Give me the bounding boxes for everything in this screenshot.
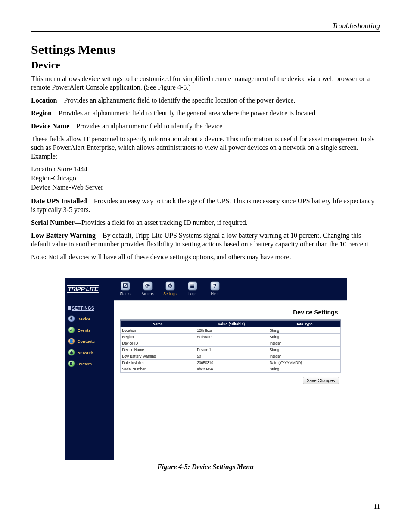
sidebar-item-label: Device <box>78 317 91 321</box>
device-name-text: —Provides an alphanumeric field to ident… <box>69 122 224 130</box>
serial-text: —Provides a field for an asset tracking … <box>75 219 248 226</box>
sidebar-item-label: Contacts <box>78 339 95 344</box>
app-content: Device Settings Name Value (editable) Da… <box>114 300 347 460</box>
cell-name: Region <box>120 334 195 340</box>
app-screenshot: TRIPP·LITE ☑Status⟳Actions⚙Settings≣Logs… <box>65 278 347 460</box>
page-title: Settings Menus <box>31 42 380 57</box>
region-paragraph: Region—Provides an alphanumeric field to… <box>31 109 380 118</box>
toolbar-label: Logs <box>188 292 196 296</box>
location-paragraph: Location—Provides an alphanumeric field … <box>31 96 380 105</box>
serial-paragraph: Serial Number—Provides a field for an as… <box>31 218 380 227</box>
content-title: Device Settings <box>120 305 341 320</box>
cell-value[interactable]: 20050310 <box>195 360 268 366</box>
settings-table: Name Value (editable) Data Type Location… <box>120 320 341 373</box>
location-text: —Provides an alphanumeric field to ident… <box>57 96 295 104</box>
date-ups-label: Date UPS Installed <box>31 197 87 205</box>
toolbar-item-actions[interactable]: ⟳Actions <box>139 281 156 297</box>
toolbar-item-status[interactable]: ☑Status <box>117 281 134 297</box>
status-icon: ☑ <box>121 281 130 291</box>
running-head: Troubleshooting <box>31 22 380 32</box>
col-header-value: Value (editable) <box>195 321 268 327</box>
cell-type: String <box>268 347 340 353</box>
toolbar-item-help[interactable]: ?Help <box>206 281 224 297</box>
actions-icon: ⟳ <box>143 281 153 291</box>
toolbar-item-logs[interactable]: ≣Logs <box>184 281 201 297</box>
low-battery-label: Low Battery Warning <box>31 232 96 239</box>
cell-name: Device Name <box>120 347 195 353</box>
device-name-label: Device Name <box>31 122 69 130</box>
location-label: Location <box>31 96 57 104</box>
cell-value[interactable] <box>195 340 268 347</box>
page-subtitle: Device <box>31 59 380 71</box>
figure-caption: Figure 4-5: Device Settings Menu <box>31 463 380 471</box>
region-label: Region <box>31 109 52 117</box>
serial-label: Serial Number <box>31 219 75 226</box>
table-row: RegionSoftwareString <box>120 334 340 340</box>
logs-icon: ≣ <box>188 281 197 291</box>
help-icon: ? <box>210 281 220 291</box>
toolbar-label: Settings <box>163 292 177 296</box>
table-row: Device NameDevice 1String <box>120 347 340 353</box>
network-icon: ◉ <box>68 349 75 356</box>
cell-name: Serial Number <box>120 366 195 373</box>
app-toolbar: ☑Status⟳Actions⚙Settings≣Logs?Help <box>114 278 224 300</box>
table-row: Device IDInteger <box>120 340 340 347</box>
toolbar-label: Help <box>211 292 218 296</box>
cell-type: Integer <box>268 340 340 347</box>
contacts-icon: 👤 <box>68 338 75 345</box>
example-block: Location Store 1444 Region-Chicago Devic… <box>31 165 380 192</box>
toolbar-item-settings[interactable]: ⚙Settings <box>162 281 179 297</box>
cell-type: String <box>268 327 340 334</box>
sidebar-item-contacts[interactable]: 👤Contacts <box>65 336 114 347</box>
page-number: 11 <box>374 503 380 510</box>
cell-value[interactable]: Software <box>195 334 268 340</box>
app-header: TRIPP·LITE ☑Status⟳Actions⚙Settings≣Logs… <box>65 278 347 300</box>
cell-name: Location <box>120 327 195 334</box>
sidebar-item-label: Network <box>78 350 93 355</box>
sidebar-title: SETTINGS <box>68 306 94 311</box>
region-text: —Provides an alphanumeric field to ident… <box>52 109 317 117</box>
page-footer: 11 <box>31 501 380 510</box>
sidebar-item-events[interactable]: ✔Events <box>65 324 114 336</box>
col-header-type: Data Type <box>268 321 340 327</box>
app-brand: TRIPP·LITE <box>65 278 114 300</box>
cell-name: Date Installed <box>120 360 195 366</box>
system-icon: 🖥 <box>68 360 75 367</box>
sidebar-item-system[interactable]: 🖥System <box>65 358 114 369</box>
toolbar-label: Actions <box>142 292 154 296</box>
device-name-paragraph: Device Name—Provides an alphanumeric fie… <box>31 122 380 131</box>
device-icon: 🗄 <box>68 315 75 322</box>
cell-type: String <box>268 366 340 373</box>
cell-name: Device ID <box>120 340 195 347</box>
sidebar-item-network[interactable]: ◉Network <box>65 347 114 358</box>
cell-name: Low Battery Warning <box>120 353 195 360</box>
cell-value[interactable]: 50 <box>195 353 268 360</box>
example-line-2: Region-Chicago <box>31 174 380 183</box>
sidebar-item-device[interactable]: 🗄Device <box>65 313 114 324</box>
cell-value[interactable]: Device 1 <box>195 347 268 353</box>
table-row: Location12th floorString <box>120 327 340 334</box>
cell-type: String <box>268 334 340 340</box>
cell-value[interactable]: 12th floor <box>195 327 268 334</box>
example-line-1: Location Store 1444 <box>31 165 380 174</box>
fields-paragraph: These fields allow IT personnel to speci… <box>31 135 380 161</box>
save-changes-button[interactable]: Save Changes <box>303 377 339 384</box>
intro-paragraph: This menu allows device settings to be c… <box>31 75 380 92</box>
col-header-name: Name <box>120 321 195 327</box>
toolbar-label: Status <box>120 292 130 296</box>
table-row: Serial Numberabc23456String <box>120 366 340 373</box>
example-line-3: Device Name-Web Server <box>31 183 380 192</box>
sidebar-item-label: Events <box>78 328 91 333</box>
brand-logo: TRIPP·LITE <box>67 285 99 293</box>
low-battery-paragraph: Low Battery Warning—By default, Tripp Li… <box>31 231 380 249</box>
cell-type: Date (YYYYMMDD) <box>268 360 340 366</box>
cell-value[interactable]: abc23456 <box>195 366 268 373</box>
date-ups-paragraph: Date UPS Installed—Provides an easy way … <box>31 197 380 214</box>
table-row: Date Installed20050310Date (YYYYMMDD) <box>120 360 340 366</box>
app-sidebar: SETTINGS 🗄Device✔Events👤Contacts◉Network… <box>65 300 114 460</box>
cell-type: Integer <box>268 353 340 360</box>
sidebar-item-label: System <box>78 361 92 366</box>
note-paragraph: Note: Not all devices will have all of t… <box>31 253 380 261</box>
table-row: Low Battery Warning50Integer <box>120 353 340 360</box>
events-icon: ✔ <box>68 327 75 333</box>
